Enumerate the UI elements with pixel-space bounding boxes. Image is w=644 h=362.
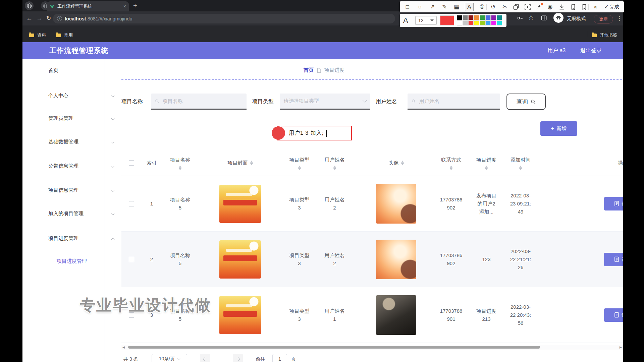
phone-tool-icon[interactable] bbox=[570, 4, 577, 10]
forward-icon[interactable]: → bbox=[36, 11, 43, 25]
sort-asc-icon[interactable] bbox=[179, 166, 181, 168]
color-swatch[interactable] bbox=[463, 20, 468, 25]
color-swatch[interactable] bbox=[463, 15, 468, 20]
color-swatch[interactable] bbox=[497, 15, 502, 20]
done-button[interactable]: 完成 bbox=[610, 1, 619, 12]
sidebar-item-home[interactable]: 首页 bbox=[22, 67, 105, 75]
sort-asc-icon[interactable] bbox=[401, 161, 404, 163]
sort-header[interactable]: 添加时间 bbox=[500, 156, 541, 170]
color-swatch[interactable] bbox=[468, 15, 474, 20]
sort-desc-icon[interactable] bbox=[401, 163, 404, 165]
new-tab-button[interactable]: + bbox=[133, 1, 137, 11]
page-size-select[interactable]: 10条/页 bbox=[152, 354, 187, 362]
color-swatch[interactable] bbox=[468, 20, 474, 25]
rectangle-tool-icon[interactable]: □ bbox=[404, 1, 412, 12]
sort-desc-icon[interactable] bbox=[298, 168, 301, 170]
sort-header[interactable]: 用户姓名 bbox=[317, 156, 352, 170]
number-tool-icon[interactable]: ① bbox=[478, 1, 486, 12]
color-swatch[interactable] bbox=[485, 15, 491, 20]
scrollbar-thumb[interactable] bbox=[128, 346, 540, 349]
color-swatch[interactable] bbox=[457, 15, 462, 20]
bookmark-tool-icon[interactable] bbox=[581, 4, 588, 10]
sort-desc-icon[interactable] bbox=[333, 168, 336, 170]
font-size-select[interactable]: 12 bbox=[415, 16, 437, 25]
sort-header[interactable]: 项目名称 bbox=[162, 156, 199, 170]
prev-page-button[interactable] bbox=[200, 354, 210, 362]
sort-desc-icon[interactable] bbox=[179, 168, 181, 170]
sort-header[interactable]: 项目类型 bbox=[282, 156, 317, 170]
address-bar[interactable]: i localhost:8081/#/xiangmujindu bbox=[53, 14, 395, 23]
download-icon[interactable] bbox=[558, 4, 565, 10]
sidebar-item-project-progress[interactable]: 项目进度管理 bbox=[22, 235, 105, 243]
incognito-avatar[interactable] bbox=[553, 13, 564, 23]
browser-profile-icon[interactable] bbox=[25, 1, 34, 10]
scroll-left-arrow[interactable]: ◀ bbox=[122, 345, 125, 349]
sidebar-item-personal-center[interactable]: 个人中心 bbox=[22, 92, 105, 100]
text-tool-icon[interactable]: A bbox=[465, 1, 473, 12]
color-swatch[interactable] bbox=[480, 20, 485, 25]
sidebar-item-announcement[interactable]: 公告信息管理 bbox=[22, 162, 105, 170]
color-swatch[interactable] bbox=[497, 20, 502, 25]
project-type-select[interactable]: 请选择项目类型 bbox=[280, 94, 370, 110]
sort-desc-icon[interactable] bbox=[250, 163, 253, 165]
page-info-icon[interactable]: i bbox=[57, 16, 62, 21]
arrow-tool-icon[interactable]: ↗ bbox=[428, 1, 436, 12]
project-name-input[interactable] bbox=[162, 98, 243, 104]
bookmark-star-icon[interactable]: ☆ bbox=[528, 13, 534, 21]
goto-page-input[interactable] bbox=[275, 356, 285, 362]
confirm-check-icon[interactable]: ✓ bbox=[602, 1, 610, 12]
update-button[interactable]: 更新 bbox=[594, 15, 613, 23]
sidebar-item-admin-management[interactable]: 管理员管理 bbox=[22, 115, 105, 123]
detail-button[interactable]: 详情 bbox=[604, 197, 623, 210]
sort-desc-icon[interactable] bbox=[450, 168, 452, 170]
select-all-checkbox[interactable] bbox=[129, 160, 134, 166]
color-swatch[interactable] bbox=[491, 20, 496, 25]
breadcrumb-home[interactable]: 首页 bbox=[304, 67, 314, 73]
bookmark-folder[interactable]: 常用 bbox=[56, 32, 73, 38]
side-panel-icon[interactable] bbox=[541, 15, 547, 21]
sort-header[interactable]: 联系方式 bbox=[430, 156, 472, 170]
cancel-icon[interactable]: × bbox=[591, 1, 599, 12]
sort-asc-icon[interactable] bbox=[298, 166, 301, 168]
annotation-text-box[interactable]: 用户1 3 加入; bbox=[277, 126, 352, 140]
browser-menu-icon[interactable]: ⋮ bbox=[616, 15, 622, 22]
sort-asc-icon[interactable] bbox=[485, 166, 488, 168]
other-bookmarks[interactable]: 其他书签 bbox=[592, 32, 617, 38]
add-button[interactable]: + 新增 bbox=[540, 121, 577, 136]
pen-tool-icon[interactable]: ✎ bbox=[440, 1, 448, 12]
sidebar-subitem-project-progress-active[interactable]: 项目进度管理 bbox=[57, 258, 87, 264]
back-icon[interactable]: ← bbox=[26, 11, 33, 25]
row-checkbox[interactable] bbox=[129, 201, 134, 206]
browser-tab[interactable]: 工作流程管理系统 × bbox=[47, 1, 129, 11]
next-page-button[interactable] bbox=[233, 354, 243, 362]
sidebar-item-joined-projects[interactable]: 加入的项目管理 bbox=[22, 210, 105, 218]
annotation-handle-dot[interactable] bbox=[272, 126, 285, 140]
sidebar-item-project-info[interactable]: 项目信息管理 bbox=[22, 186, 105, 194]
color-swatch[interactable] bbox=[491, 15, 496, 20]
ellipse-tool-icon[interactable]: ○ bbox=[416, 1, 424, 12]
sort-desc-icon[interactable] bbox=[519, 168, 522, 170]
current-color-swatch[interactable] bbox=[440, 15, 454, 25]
cut-tool-icon[interactable]: ✂ bbox=[501, 1, 509, 12]
ocr-scan-tool-icon[interactable] bbox=[524, 4, 531, 10]
tab-close-icon[interactable]: × bbox=[123, 4, 126, 9]
color-swatch[interactable] bbox=[457, 20, 462, 25]
color-swatch[interactable] bbox=[485, 20, 491, 25]
sticker-tool-icon[interactable] bbox=[513, 4, 520, 10]
password-key-icon[interactable] bbox=[517, 15, 523, 21]
sort-asc-icon[interactable] bbox=[333, 166, 336, 168]
bookmark-folder[interactable]: 资料 bbox=[29, 32, 46, 38]
record-tool-icon[interactable]: ◉ bbox=[546, 1, 554, 12]
undo-icon[interactable]: ↺ bbox=[489, 1, 497, 12]
sort-desc-icon[interactable] bbox=[485, 168, 488, 170]
logout-link[interactable]: 退出登录 bbox=[580, 47, 602, 54]
reload-icon[interactable]: ↻ bbox=[46, 11, 51, 25]
mosaic-tool-icon[interactable]: ▦ bbox=[452, 1, 461, 12]
row-checkbox[interactable] bbox=[129, 257, 134, 262]
color-swatch[interactable] bbox=[480, 15, 485, 20]
color-swatch[interactable] bbox=[474, 20, 479, 25]
detail-button[interactable]: 详情 bbox=[604, 253, 623, 266]
sort-header[interactable]: 头像 bbox=[362, 159, 430, 167]
search-button[interactable]: 查询 bbox=[506, 94, 546, 110]
sort-header[interactable]: 项目进度 bbox=[472, 156, 500, 170]
